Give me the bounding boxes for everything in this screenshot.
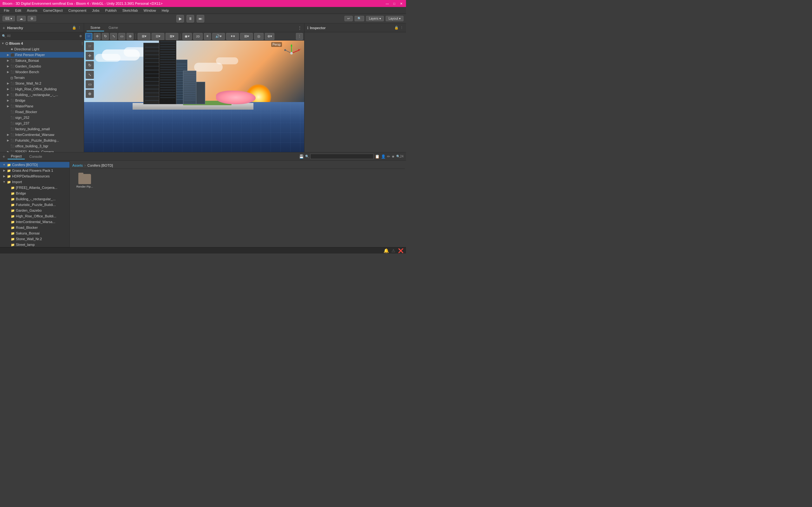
undo-button[interactable]: ↩ [345, 16, 353, 21]
save-btn[interactable]: 💾 [299, 154, 304, 159]
move-tool[interactable]: ✛ [94, 33, 101, 40]
proj-icon2[interactable]: 👤 [381, 154, 386, 159]
step-button[interactable]: ⏭ [197, 15, 204, 22]
scene-more-icon[interactable]: ⋮ [298, 26, 302, 30]
hierarchy-menu-icon[interactable]: ⋮ [78, 26, 81, 30]
layout-dropdown[interactable]: Layout ▾ [386, 16, 403, 21]
menu-publish[interactable]: Publish [103, 8, 119, 13]
breadcrumb-assets[interactable]: Assets [72, 164, 83, 167]
tab-console[interactable]: Console [26, 154, 45, 159]
tab-scene[interactable]: Scene [87, 24, 104, 32]
menu-assets[interactable]: Assets [24, 8, 40, 13]
proj-item-conifers[interactable]: ▼ 📁 Conifers [BOTD] [0, 162, 69, 168]
status-icon2[interactable]: ⚠ [392, 248, 396, 253]
tree-item-road-blocker[interactable]: ⬛ Road_Blocker [0, 109, 84, 115]
add-project-btn[interactable]: + [3, 154, 5, 159]
tree-item-intercontinental[interactable]: ▶ ⬛ InterContinental_Warsaw [0, 132, 84, 137]
proj-item-grass[interactable]: ▶ 📁 Grass And Flowers Pack 1 [0, 168, 69, 173]
layers-dropdown[interactable]: Layers ▾ [366, 16, 384, 21]
proj-item-intercontinental[interactable]: 📁 InterContinental_Warsa... [0, 219, 69, 225]
proj-item-atlanta[interactable]: 📁 [FREE]_Atlanta_Corpera... [0, 185, 69, 190]
maximize-button[interactable]: □ [392, 1, 397, 6]
inspector-menu-icon[interactable]: ⋮ [400, 26, 403, 30]
proj-item-high-rise[interactable]: 📁 High_Rise_Office_Buildi... [0, 213, 69, 219]
rotate-tool[interactable]: ↻ [102, 33, 109, 40]
proj-item-gazebo[interactable]: 📁 Garden_Gazebo [0, 208, 69, 213]
tree-item-sign252[interactable]: ⬛ sign_252 [0, 115, 84, 120]
proj-item-road-blocker[interactable]: 📁 Road_Blocker [0, 225, 69, 230]
tree-item-terrain[interactable]: ◻ Terrain [0, 75, 84, 80]
tree-item-bench[interactable]: ▶ ⬛ Wooden Bench [0, 69, 84, 75]
tree-item-bridge[interactable]: ▶ ⬛ Bridge [0, 98, 84, 103]
menu-file[interactable]: File [1, 8, 12, 13]
cloud-button[interactable]: ☁ [17, 16, 26, 21]
proj-item-futuristic[interactable]: 📁 Futuristic_Puzzle_Buildi... [0, 202, 69, 208]
2d-button[interactable]: 2D [193, 33, 203, 40]
minimize-button[interactable]: — [385, 1, 390, 6]
tree-item-gazebo[interactable]: ▶ ⬛ Garden_Gazebo [0, 63, 84, 69]
hierarchy-search-extra[interactable]: ⊕ [79, 34, 82, 38]
proj-icon1[interactable]: 📋 [375, 154, 380, 159]
menu-edit[interactable]: Edit [13, 8, 24, 13]
rect-scene-btn[interactable]: ▭ [86, 80, 94, 89]
hierarchy-lock-icon[interactable]: 🔒 [72, 26, 77, 30]
rect-tool[interactable]: ▭ [118, 33, 125, 40]
add-hierarchy-button[interactable]: + [3, 25, 5, 31]
proj-item-bridge[interactable]: 📁 Bridge [0, 190, 69, 196]
settings-button[interactable]: ⚙ [28, 16, 36, 21]
rotate-scene-btn[interactable]: ↻ [86, 61, 94, 69]
tree-item-sakura[interactable]: ▶ ⬛ Sakura_Bonsai [0, 58, 84, 63]
tab-game[interactable]: Game [105, 24, 122, 32]
scene-more-btn[interactable]: ⋮ [296, 33, 303, 40]
tree-item-directional-light[interactable]: ☀ Directional Light [0, 46, 84, 52]
scene-viewport[interactable]: Y X ☞ ✛ ↻ [84, 41, 304, 152]
camera-button[interactable]: ⊕▾ [265, 33, 274, 40]
menu-component[interactable]: Component [66, 8, 89, 13]
snap-scene-btn[interactable]: ⊕ [86, 90, 94, 98]
proj-icon4[interactable]: ★ [392, 154, 395, 159]
menu-help[interactable]: Help [159, 8, 171, 13]
tree-item-first-person-player[interactable]: ▶ ⬛ First Person Player [0, 52, 84, 58]
file-item-render-pip[interactable]: Render Pip... [73, 173, 96, 190]
grid-dropdown[interactable]: ⊞▾ [138, 33, 150, 40]
snap-dropdown[interactable]: ⊟▾ [152, 33, 164, 40]
root-menu[interactable]: ⋮ [81, 42, 84, 45]
pause-button[interactable]: ⏸ [187, 15, 194, 22]
proj-item-hdrp[interactable]: ▶ 📁 HDRPDefaultResources [0, 173, 69, 179]
menu-window[interactable]: Window [141, 8, 159, 13]
search-button[interactable]: 🔍 [355, 16, 364, 21]
fx-button[interactable]: ✦▾ [226, 33, 239, 40]
tree-item-office3[interactable]: ⬛ office_building_3_bgr [0, 143, 84, 149]
play-button[interactable]: ▶ [176, 15, 184, 22]
proj-item-stone-wall[interactable]: 📁 Stone_Wall_Nr.2 [0, 236, 69, 242]
view-dropdown[interactable]: ◉▾ [183, 33, 192, 40]
tree-item-futuristic[interactable]: ▶ ⬛ Futuristic_Puzzle_Building... [0, 137, 84, 143]
tree-item-atlanta[interactable]: ▶ ⬛ [FREE]_Atlanta_Corpera... [0, 149, 84, 152]
menu-sketchfab[interactable]: Sketchfab [120, 8, 141, 13]
status-icon1[interactable]: 🔔 [384, 248, 389, 253]
menu-jobs[interactable]: Jobs [90, 8, 102, 13]
proj-item-street-lamp[interactable]: 📁 Street_lamp [0, 242, 69, 247]
project-search-input[interactable] [310, 154, 374, 159]
hand-tool[interactable]: ☞ [85, 33, 92, 40]
transform-tool[interactable]: ⊕ [126, 33, 134, 40]
tree-item-sign237[interactable]: ⬛ sign_237 [0, 120, 84, 126]
scale-scene-btn[interactable]: ⤡ [86, 71, 94, 79]
close-button[interactable]: ✕ [399, 1, 403, 6]
inspector-lock-icon[interactable]: 🔒 [394, 26, 399, 30]
tree-item-building-rect[interactable]: ▶ ⬛ Building_-_rectangular_-_... [0, 92, 84, 98]
hierarchy-search-input[interactable] [7, 34, 78, 38]
light-button[interactable]: ☀ [204, 33, 211, 40]
tree-item-high-rise[interactable]: ▶ ⬛ High_Rise_Office_Building [0, 86, 84, 92]
hand-scene-btn[interactable]: ☞ [86, 42, 94, 50]
gizmo-button[interactable]: ◎ [254, 33, 264, 40]
scale-tool[interactable]: ⤡ [110, 33, 117, 40]
tree-item-root[interactable]: ▼ ⬡ Bloom 4 ⋮ [0, 41, 84, 46]
scene-view-dropdown[interactable]: ⊞▾ [240, 33, 253, 40]
audio-button[interactable]: 🔊▾ [212, 33, 225, 40]
proj-item-import[interactable]: ▼ 📁 Import [0, 179, 69, 185]
ee-button[interactable]: EE ▾ [3, 16, 15, 21]
move-scene-btn[interactable]: ✛ [86, 52, 94, 60]
proj-item-sakura[interactable]: 📁 Sakura_Bonsai [0, 230, 69, 236]
menu-gameobject[interactable]: GameObject [41, 8, 65, 13]
